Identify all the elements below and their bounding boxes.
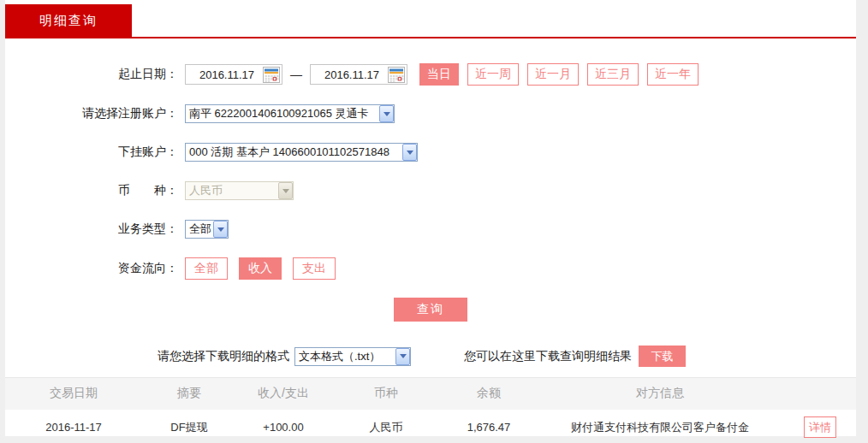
cell-date: 2016-11-17 — [5, 410, 142, 443]
end-date-input[interactable]: 2016.11.17 — [310, 64, 407, 85]
cell-currency: 人民币 — [330, 410, 442, 443]
page: 明细查询 起止日期： 2016.11.17 — — [5, 0, 856, 436]
header-summary: 摘要 — [142, 378, 236, 410]
fund-flow-expense-button[interactable]: 支出 — [293, 257, 336, 280]
chevron-down-icon — [402, 144, 417, 161]
cell-balance: 1,676.47 — [442, 410, 536, 443]
transaction-table: 交易日期 摘要 收入/支出 币种 余额 对方信息 2016-11-17 DF提现… — [5, 377, 856, 443]
sub-account-row: 下挂账户： 000 活期 基本户 1406600101102571848 — [5, 142, 856, 162]
download-format-value: 文本格式（.txt） — [295, 349, 395, 364]
header-date: 交易日期 — [5, 378, 142, 410]
query-form: 起止日期： 2016.11.17 — 2016.11.17 — [5, 38, 856, 367]
business-type-label: 业务类型： — [5, 222, 185, 237]
chevron-down-icon — [395, 348, 410, 365]
business-type-value: 全部 — [186, 222, 213, 237]
download-format-label: 请您选择下载明细的格式 — [158, 349, 289, 364]
table-header-row: 交易日期 摘要 收入/支出 币种 余额 对方信息 — [5, 378, 856, 410]
cell-action: 详情 — [784, 410, 856, 443]
tab-bar: 明细查询 — [5, 0, 856, 38]
download-hint: 您可以在这里下载查询明细结果 — [464, 349, 632, 364]
currency-row: 币 种： 人民币 — [5, 180, 856, 201]
header-action — [784, 378, 856, 410]
register-account-label: 请选择注册账户： — [5, 106, 185, 121]
header-currency: 币种 — [330, 378, 442, 410]
cell-amount: +100.00 — [236, 410, 330, 443]
table-row: 2016-11-17 DF提现 +100.00 人民币 1,676.47 财付通… — [5, 410, 856, 443]
query-button[interactable]: 查询 — [394, 298, 467, 322]
currency-select: 人民币 — [185, 181, 294, 200]
header-balance: 余额 — [442, 378, 536, 410]
quick-range-quarter[interactable]: 近三月 — [587, 63, 639, 86]
calendar-icon[interactable] — [263, 67, 280, 83]
end-date-value: 2016.11.17 — [316, 68, 388, 81]
download-button[interactable]: 下载 — [639, 346, 686, 367]
fund-flow-row: 资金流向： 全部 收入 支出 — [5, 257, 856, 280]
quick-range-week[interactable]: 近一周 — [467, 63, 519, 86]
query-button-row: 查询 — [5, 298, 856, 322]
chevron-down-icon — [379, 105, 394, 122]
header-amount: 收入/支出 — [236, 378, 330, 410]
currency-value: 人民币 — [186, 183, 278, 198]
cell-counterparty: 财付通支付科技有限公司客户备付金 — [536, 410, 784, 443]
sub-account-value: 000 活期 基本户 1406600101102571848 — [186, 145, 402, 160]
register-account-row: 请选择注册账户： 南平 6222001406100921065 灵通卡 — [5, 103, 856, 124]
business-type-row: 业务类型： 全部 — [5, 219, 856, 239]
fund-flow-all-button[interactable]: 全部 — [185, 257, 228, 280]
register-account-select[interactable]: 南平 6222001406100921065 灵通卡 — [185, 104, 395, 123]
chevron-down-icon — [278, 182, 293, 199]
date-separator: — — [290, 68, 302, 81]
date-range-label: 起止日期： — [5, 67, 185, 82]
chevron-down-icon — [213, 221, 228, 238]
start-date-value: 2016.11.17 — [191, 68, 263, 81]
calendar-icon[interactable] — [388, 67, 405, 83]
header-counterparty: 对方信息 — [536, 378, 784, 410]
start-date-input[interactable]: 2016.11.17 — [185, 64, 282, 85]
fund-flow-label: 资金流向： — [5, 261, 185, 276]
cell-summary: DF提现 — [142, 410, 236, 443]
register-account-value: 南平 6222001406100921065 灵通卡 — [186, 106, 379, 121]
quick-range-month[interactable]: 近一月 — [527, 63, 579, 86]
tab-detail-query[interactable]: 明细查询 — [5, 4, 132, 37]
quick-range-today[interactable]: 当日 — [419, 63, 459, 86]
date-range-row: 起止日期： 2016.11.17 — 2016.11.17 — [5, 63, 856, 86]
sub-account-select[interactable]: 000 活期 基本户 1406600101102571848 — [185, 143, 418, 162]
currency-label: 币 种： — [5, 183, 185, 198]
sub-account-label: 下挂账户： — [5, 145, 185, 160]
business-type-select[interactable]: 全部 — [185, 220, 229, 239]
fund-flow-income-button[interactable]: 收入 — [239, 257, 282, 280]
detail-button[interactable]: 详情 — [804, 416, 836, 438]
download-row: 请您选择下载明细的格式 文本格式（.txt） 您可以在这里下载查询明细结果 下载 — [158, 346, 856, 367]
quick-range-year[interactable]: 近一年 — [647, 63, 699, 86]
download-format-select[interactable]: 文本格式（.txt） — [294, 347, 411, 366]
